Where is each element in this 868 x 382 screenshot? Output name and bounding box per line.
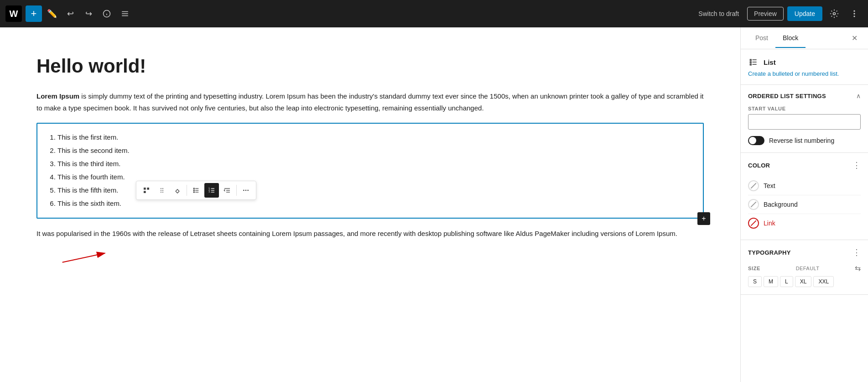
add-block-button[interactable]: + bbox=[26, 5, 42, 22]
paragraph-block-1[interactable]: Lorem Ipsum is simply dummy text of the … bbox=[36, 90, 704, 114]
ordered-list-settings-section: Ordered list settings ∧ START VALUE Reve… bbox=[741, 85, 868, 153]
background-color-label: Background bbox=[764, 201, 798, 208]
drag-button[interactable] bbox=[155, 183, 169, 198]
update-button[interactable]: Update bbox=[787, 6, 822, 21]
toolbar-divider-2 bbox=[236, 185, 237, 196]
typography-section-header[interactable]: Typography ⋮ bbox=[748, 247, 861, 257]
add-item-button[interactable]: + bbox=[697, 212, 710, 225]
size-xl-button[interactable]: XL bbox=[795, 276, 812, 287]
list-block-icon bbox=[748, 57, 759, 68]
svg-point-35 bbox=[245, 190, 247, 191]
svg-rect-11 bbox=[147, 188, 149, 190]
color-section-title: Color bbox=[748, 162, 770, 169]
background-color-slash bbox=[751, 202, 757, 208]
redo-button[interactable]: ↪ bbox=[80, 5, 97, 22]
svg-point-16 bbox=[162, 190, 163, 191]
editor-area[interactable]: Hello world! Lorem Ipsum is simply dummy… bbox=[0, 27, 740, 382]
color-section: Color ⋮ Text Background Link bbox=[741, 153, 868, 240]
settings-button[interactable] bbox=[826, 5, 842, 22]
svg-point-15 bbox=[161, 190, 161, 191]
top-toolbar: W + ✏️ ↩ ↪ Switch to draft Preview Updat… bbox=[0, 0, 868, 27]
ordered-list-button[interactable]: 1.2.3. bbox=[204, 183, 219, 198]
sidebar: Post Block ✕ List Create a bulleted or n… bbox=[740, 27, 868, 382]
block-description: Create a bulleted or numbered list. bbox=[748, 70, 861, 77]
toggle-knob bbox=[749, 137, 756, 144]
paragraph-bold: Lorem Ipsum bbox=[36, 92, 79, 100]
list-item-1[interactable]: This is the first item. bbox=[57, 131, 694, 143]
svg-line-38 bbox=[62, 253, 105, 262]
text-color-label: Text bbox=[764, 182, 775, 189]
close-sidebar-button[interactable]: ✕ bbox=[848, 32, 861, 45]
red-arrow-indicator bbox=[55, 250, 119, 268]
background-color-circle[interactable] bbox=[748, 199, 759, 210]
size-l-button[interactable]: L bbox=[780, 276, 793, 287]
list-item-3[interactable]: This is the third item. bbox=[57, 157, 694, 170]
toolbar-left: W + ✏️ ↩ ↪ bbox=[5, 5, 133, 22]
color-section-menu-button[interactable]: ⋮ bbox=[852, 160, 861, 170]
link-color-label: Link bbox=[764, 220, 775, 227]
toolbar-right: Switch to draft Preview Update bbox=[694, 5, 863, 22]
svg-point-17 bbox=[161, 192, 161, 193]
switch-to-draft-button[interactable]: Switch to draft bbox=[694, 7, 743, 20]
tab-post[interactable]: Post bbox=[748, 29, 775, 48]
svg-point-36 bbox=[247, 190, 249, 191]
unordered-list-button[interactable] bbox=[189, 183, 203, 198]
text-color-circle[interactable] bbox=[748, 180, 759, 191]
tab-block[interactable]: Block bbox=[775, 29, 806, 48]
color-section-header[interactable]: Color ⋮ bbox=[748, 160, 861, 170]
reverse-numbering-label: Reverse list numbering bbox=[769, 137, 834, 144]
wordpress-logo: W bbox=[5, 5, 22, 22]
main-layout: Hello world! Lorem Ipsum is simply dummy… bbox=[0, 27, 868, 382]
tools-button[interactable]: ✏️ bbox=[44, 5, 60, 22]
start-value-field: START VALUE bbox=[748, 106, 861, 130]
svg-point-9 bbox=[854, 16, 855, 17]
text-color-slash bbox=[751, 183, 757, 189]
svg-rect-43 bbox=[750, 62, 752, 63]
typography-section-menu-button[interactable]: ⋮ bbox=[852, 247, 861, 257]
typography-section-title: Typography bbox=[748, 249, 791, 256]
size-label: SIZE bbox=[748, 266, 760, 271]
move-up-down-button[interactable] bbox=[170, 183, 185, 198]
svg-point-8 bbox=[854, 13, 855, 14]
ordered-settings-header[interactable]: Ordered list settings ∧ bbox=[748, 92, 861, 99]
post-title: Hello world! bbox=[36, 55, 704, 78]
start-value-input[interactable] bbox=[748, 114, 861, 130]
svg-rect-42 bbox=[750, 59, 752, 61]
size-m-button[interactable]: M bbox=[764, 276, 778, 287]
svg-point-14 bbox=[162, 188, 163, 189]
transform-button[interactable] bbox=[139, 183, 154, 198]
list-item-2[interactable]: This is the second item. bbox=[57, 144, 694, 157]
collapse-ordered-settings-button[interactable]: ∧ bbox=[856, 92, 861, 99]
size-s-button[interactable]: S bbox=[748, 276, 762, 287]
size-buttons-row: S M L XL XXL bbox=[748, 276, 861, 287]
svg-point-24 bbox=[193, 192, 194, 193]
svg-point-13 bbox=[161, 188, 161, 189]
reverse-numbering-toggle[interactable] bbox=[748, 136, 764, 145]
svg-point-34 bbox=[243, 190, 244, 191]
size-label-row: SIZE DEFAULT ⇆ bbox=[748, 264, 861, 272]
start-value-label: START VALUE bbox=[748, 106, 861, 111]
more-options-button[interactable] bbox=[846, 5, 863, 22]
reverse-numbering-row: Reverse list numbering bbox=[748, 136, 861, 145]
link-color-item[interactable]: Link bbox=[748, 214, 861, 232]
sidebar-tabs: Post Block bbox=[748, 29, 806, 47]
size-xxl-button[interactable]: XXL bbox=[813, 276, 834, 287]
svg-rect-12 bbox=[144, 191, 146, 193]
svg-point-22 bbox=[193, 188, 194, 189]
svg-rect-10 bbox=[144, 188, 146, 190]
outdent-button[interactable] bbox=[220, 183, 234, 198]
block-name-label: List bbox=[764, 58, 776, 66]
list-block[interactable]: This is the first item. This is the seco… bbox=[36, 123, 704, 219]
info-button[interactable] bbox=[99, 5, 115, 22]
link-color-slash bbox=[751, 220, 757, 226]
more-block-options-button[interactable] bbox=[239, 183, 253, 198]
size-controls-button[interactable]: ⇆ bbox=[855, 264, 861, 272]
paragraph-block-2[interactable]: It was popularised in the 1960s with the… bbox=[36, 228, 704, 240]
undo-button[interactable]: ↩ bbox=[62, 5, 78, 22]
background-color-item[interactable]: Background bbox=[748, 195, 861, 214]
list-view-button[interactable] bbox=[117, 5, 133, 22]
link-color-circle[interactable] bbox=[748, 218, 759, 229]
text-color-item[interactable]: Text bbox=[748, 177, 861, 195]
preview-button[interactable]: Preview bbox=[747, 7, 784, 21]
svg-point-6 bbox=[833, 13, 836, 15]
